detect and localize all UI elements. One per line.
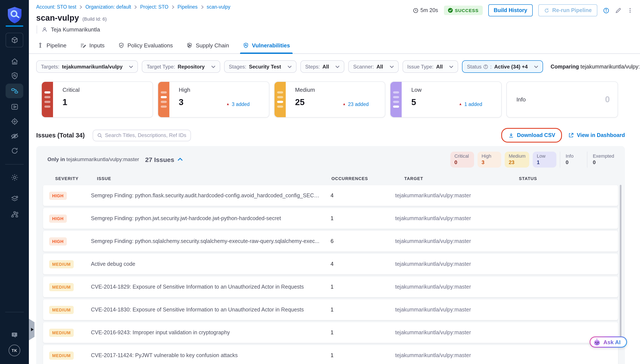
- tab-pipeline[interactable]: Pipeline: [36, 40, 68, 54]
- shield-search-icon: [10, 72, 19, 80]
- issue-row[interactable]: MEDIUM CVE-2014-1829: Exposure of Sensit…: [43, 276, 618, 297]
- issues-panel: Only in tejakummarikuntla/vulpy:master 2…: [36, 146, 625, 364]
- duration: 5m 20s: [413, 7, 438, 13]
- sidebar-expand-handle[interactable]: [29, 319, 35, 340]
- col-occurrences: OCCURRENCES: [331, 176, 404, 181]
- harness-sto-logo[interactable]: [0, 6, 29, 24]
- build-history-button[interactable]: Build History: [488, 4, 533, 16]
- rerun-info-icon[interactable]: [603, 7, 609, 14]
- issues-search[interactable]: [93, 130, 191, 141]
- issue-title: Semgrep Finding: python.flask.security.a…: [91, 192, 330, 198]
- download-csv-button[interactable]: Download CSV: [508, 132, 555, 138]
- issue-row[interactable]: MEDIUM CVE-2014-1830: Exposure of Sensit…: [43, 300, 618, 320]
- issue-title: CVE-2014-1829: Exposure of Sensitive Inf…: [91, 284, 330, 290]
- sidebar-item-default-settings[interactable]: [0, 195, 29, 203]
- filter-scanner[interactable]: Scanner: All: [348, 60, 399, 73]
- breadcrumb-item[interactable]: Project: STO: [140, 4, 174, 10]
- issue-row[interactable]: MEDIUM Active debug code 4 tejakummariku…: [43, 254, 618, 274]
- app-viewport: ? TK Account: STO test Organization: def…: [0, 0, 640, 364]
- view-in-dashboard-button[interactable]: View in Dashboard: [568, 132, 625, 138]
- sidebar-item-help[interactable]: ?: [0, 331, 29, 340]
- tab-supply-chain[interactable]: Supply Chain: [185, 40, 230, 54]
- sidebar-item-executions[interactable]: [0, 102, 29, 111]
- issue-row[interactable]: MEDIUM CVE-2016-9243: Improper input val…: [43, 322, 618, 343]
- triangle-up-icon: ▲: [226, 102, 230, 106]
- severity-card-count: 3: [179, 97, 264, 107]
- issue-row[interactable]: MEDIUM CVE-2017-11424: PyJWT vulnerable …: [43, 345, 618, 364]
- more-options-button[interactable]: [627, 7, 633, 14]
- severity-badge: MEDIUM: [49, 283, 74, 291]
- severity-card: High 3 ▲ 3 added: [158, 82, 269, 118]
- severity-card-count: 0: [605, 94, 610, 104]
- issue-row[interactable]: HIGH Semgrep Finding: python.flask.secur…: [43, 185, 618, 206]
- sidebar-item-pipelines-active[interactable]: [6, 84, 23, 98]
- sidebar-item-settings[interactable]: [0, 173, 29, 182]
- author-name: Teja Kummarikuntla: [51, 26, 100, 33]
- filter-steps[interactable]: Steps: All: [300, 60, 345, 73]
- severity-summary-cards: Critical 1 ▲ High 3 ▲: [41, 82, 618, 118]
- filter-target-type[interactable]: Target Type: Repository: [142, 60, 220, 73]
- chevron-down-icon: [336, 65, 340, 68]
- issues-group-header: Only in tejakummarikuntla/vulpy:master 2…: [43, 153, 618, 166]
- external-link-icon: [568, 132, 574, 138]
- sidebar-item-scans[interactable]: [0, 72, 29, 80]
- occurrences-count: 1: [330, 216, 395, 222]
- filter-targets[interactable]: Targets: tejakummarikuntla/vulpy: [36, 60, 138, 73]
- tab-inputs[interactable]: Inputs: [79, 40, 106, 54]
- severity-badge: HIGH: [49, 214, 67, 223]
- filter-issue-type[interactable]: Issue Type: All: [402, 60, 458, 73]
- refresh-icon: [544, 8, 550, 13]
- module-cube-icon: [10, 36, 19, 44]
- issue-title: CVE-2016-9243: Improper input validation…: [91, 330, 330, 336]
- severity-card: Critical 1 ▲: [41, 82, 153, 118]
- issue-row[interactable]: HIGH Semgrep Finding: python.jwt.securit…: [43, 208, 618, 229]
- filter-status[interactable]: Status : Active (34) +4: [462, 60, 543, 73]
- issues-toolbar: Issues (Total 34) Download CSV: [36, 128, 625, 142]
- main-content: Account: STO test Organization: default …: [29, 0, 640, 364]
- ask-ai-button[interactable]: Ask AI: [589, 336, 627, 348]
- scrollbar-thumb[interactable]: [620, 185, 621, 345]
- severity-badge: MEDIUM: [49, 352, 74, 360]
- tab-policy-evaluations[interactable]: Policy Evaluations: [117, 40, 174, 54]
- sidebar-item-exemptions[interactable]: [0, 132, 29, 140]
- rerun-pipeline-button[interactable]: Re-run Pipeline: [538, 4, 597, 16]
- header-actions: 5m 20s SUCCESS Build History Re-run Pipe…: [413, 4, 633, 16]
- severity-chip: Exempted 0: [587, 152, 618, 167]
- severity-chip-row: Critical 0 High 3 Medium 23: [451, 152, 618, 167]
- breadcrumb-item[interactable]: scan-vulpy: [207, 4, 230, 10]
- comparing-label: Comparing tejakummarikuntla/vulpy:master…: [550, 64, 640, 70]
- issue-row[interactable]: HIGH Semgrep Finding: python.sqlalchemy.…: [43, 231, 618, 252]
- tab-vulnerabilities-active[interactable]: Vulnerabilities: [242, 40, 291, 54]
- annotation-highlight-ring: Download CSV: [501, 128, 562, 142]
- col-target: TARGET: [404, 176, 519, 181]
- chevron-down-icon: [390, 65, 394, 68]
- filter-stages[interactable]: Stages: Security Test: [224, 60, 297, 73]
- severity-gauge-bar: [391, 82, 402, 117]
- breadcrumb-item[interactable]: Account: STO test: [36, 4, 82, 10]
- sidebar-item-home[interactable]: [0, 57, 29, 66]
- severity-card-label: Critical: [63, 86, 147, 93]
- user-avatar[interactable]: TK: [0, 344, 29, 356]
- breadcrumb-item[interactable]: Organization: default: [85, 4, 137, 10]
- search-input[interactable]: [105, 132, 186, 138]
- chip-value: 3: [482, 159, 497, 165]
- chip-value: 1: [537, 159, 553, 165]
- issues-table-header: SEVERITY ISSUE OCCURRENCES TARGET STATUS: [49, 176, 618, 181]
- chip-label: Info: [566, 153, 580, 158]
- severity-card-count: 1: [63, 97, 147, 107]
- sidebar-item-baselines[interactable]: [0, 146, 29, 155]
- sidebar-item-targets[interactable]: [0, 117, 29, 126]
- edit-pipeline-button[interactable]: [615, 7, 621, 14]
- gear-icon: [10, 173, 19, 182]
- issues-count-toggle[interactable]: 27 Issues: [145, 156, 183, 163]
- severity-badge: MEDIUM: [49, 329, 74, 337]
- breadcrumb-item[interactable]: Pipelines: [178, 4, 204, 10]
- module-selector-button[interactable]: [6, 33, 23, 48]
- added-count-label: 23 added: [348, 102, 369, 107]
- sidebar-item-governance[interactable]: [0, 210, 29, 219]
- breadcrumb-chevron-icon: [134, 5, 137, 9]
- target-name: tejakummarikuntla/vulpy:master: [395, 330, 513, 336]
- chip-value: 0: [593, 159, 614, 165]
- severity-added-delta: ▲ 23 added: [342, 102, 369, 107]
- severity-gauge-bar: [42, 82, 53, 117]
